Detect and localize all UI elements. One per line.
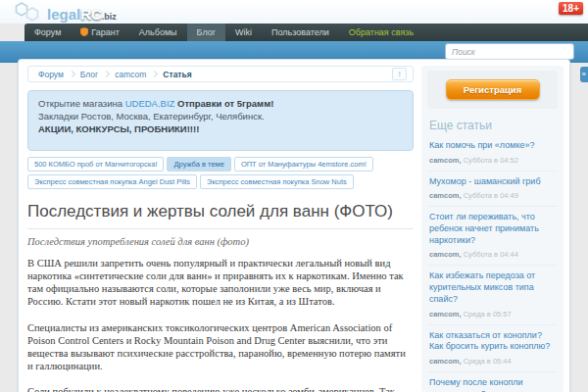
title-divider bbox=[27, 228, 414, 229]
sidebar-article-link[interactable]: Как помочь при «ломке»? bbox=[429, 140, 556, 152]
post-time: Суббота в 04:49 bbox=[464, 191, 518, 200]
article-paragraph: В США решили запретить очень популярный … bbox=[27, 257, 414, 309]
tag-link-angel-dust[interactable]: Экспресс совместная покупка Angel Dust P… bbox=[27, 174, 197, 189]
sidebar-article-link[interactable]: Стоит ли переживать, что ребенок начнет … bbox=[429, 212, 556, 246]
post-time: Среда в 05:57 bbox=[464, 310, 512, 318]
article-paragraph: Соли побудили к неадекватному поведению … bbox=[27, 385, 414, 392]
breadcrumb-expand-button[interactable]: ↕ bbox=[392, 68, 407, 80]
nav-item-garant-label: Гарант bbox=[91, 27, 119, 37]
article-title: Последствия и жертвы солей для ванн (ФОТ… bbox=[27, 202, 414, 221]
nav-item-albums[interactable]: Альбомы bbox=[129, 24, 187, 41]
author-name[interactable]: camcom, bbox=[429, 310, 462, 318]
post-time: Суббота в 04:52 bbox=[464, 156, 518, 165]
sidebar-article: Как помочь при «ломке»? camcom, Суббота … bbox=[427, 135, 558, 172]
promo-shipping: Отправки от 5грамм! bbox=[174, 98, 273, 109]
author-name[interactable]: camcom, bbox=[429, 156, 462, 165]
promo-line-3: АКЦИИ, КОНКУРСЫ, ПРОБНИКИ!!!! bbox=[38, 123, 403, 136]
top-header: legalRC.biz 18+ bbox=[0, 0, 588, 24]
logo-text: legalRC.biz bbox=[47, 6, 117, 23]
author-name[interactable]: camcom, bbox=[429, 250, 462, 259]
sidebar-article: Как избежать передоза от курительных мик… bbox=[427, 266, 558, 324]
chevron-right-icon bbox=[151, 71, 158, 77]
sidebar-article-link[interactable]: Как избежать передоза от курительных мик… bbox=[429, 270, 556, 305]
sidebar-article-meta: camcom, Среда в 05:44 bbox=[429, 357, 556, 366]
sidebar-article-link[interactable]: Мухомор - шаманский гриб bbox=[429, 176, 556, 188]
sidebar-article: Как отказаться от конопли? Как бросить к… bbox=[427, 325, 558, 372]
register-block: Регистрация bbox=[427, 71, 558, 109]
article-paragraph: Специалисты из американских токсикологич… bbox=[27, 321, 414, 373]
nav-item-feedback[interactable]: Обратная связь bbox=[339, 24, 423, 41]
tag-links: 500 КОМБО проб от Магнитогорска! Дружба … bbox=[27, 157, 390, 189]
breadcrumb-forum[interactable]: Форум bbox=[34, 70, 68, 79]
nav-item-wiki[interactable]: Wiki bbox=[225, 24, 262, 41]
expand-arrows-icon: ↕ bbox=[398, 70, 402, 78]
article-subtitle: Последствия употребления солей для ванн … bbox=[27, 236, 414, 247]
author-name[interactable]: camcom, bbox=[429, 191, 462, 200]
breadcrumb-author[interactable]: camcom bbox=[111, 70, 150, 79]
sidebar: Регистрация Еще статьи Как помочь при «л… bbox=[421, 66, 564, 392]
post-time: Суббота в 04:44 bbox=[464, 250, 518, 259]
sidebar-article-meta: camcom, Среда в 05:57 bbox=[429, 310, 556, 318]
more-articles-heading: Еще статьи bbox=[429, 119, 556, 132]
sidebar-article-meta: camcom, Суббота в 04:52 bbox=[429, 156, 556, 165]
sidebar-article-meta: camcom, Суббота в 04:44 bbox=[429, 250, 556, 259]
sidebar-article-link[interactable]: Как отказаться от конопли? Как бросить к… bbox=[429, 330, 556, 353]
chevron-right-icon bbox=[103, 71, 110, 77]
age-18-badge: 18+ bbox=[559, 2, 583, 15]
promo-prefix: Открытие магазина bbox=[38, 98, 125, 109]
tag-link-combo[interactable]: 500 КОМБО проб от Магнитогорска! bbox=[27, 157, 164, 172]
sidebar-article: Стоит ли переживать, что ребенок начнет … bbox=[427, 207, 558, 266]
register-button[interactable]: Регистрация bbox=[446, 79, 540, 100]
promo-line-1: Открытие магазина UDEDA.BIZ Отправки от … bbox=[38, 98, 403, 111]
site-logo[interactable]: legalRC.biz bbox=[14, 1, 117, 26]
molecule-hexagons-icon bbox=[14, 1, 45, 26]
breadcrumb: Форум Блог camcom Статья ↕ bbox=[27, 66, 414, 82]
page-container: Форум Блог camcom Статья ↕ Открытие мага… bbox=[18, 59, 570, 392]
breadcrumb-article: Статья bbox=[159, 70, 195, 79]
sidebar-article: Почему после конопли хочется есть? camco… bbox=[427, 372, 558, 392]
sidebar-article: Мухомор - шаманский гриб camcom, Суббота… bbox=[427, 172, 558, 208]
nav-item-users[interactable]: Пользователи bbox=[262, 24, 339, 41]
nav-item-blog[interactable]: Блог bbox=[187, 24, 225, 41]
promo-shop-link[interactable]: UDEDA.BIZ bbox=[125, 98, 175, 109]
search-input[interactable] bbox=[445, 43, 574, 60]
post-time: Среда в 05:44 bbox=[464, 357, 512, 366]
chevron-right-icon bbox=[69, 71, 75, 77]
main-column: Форум Блог camcom Статья ↕ Открытие мага… bbox=[27, 66, 421, 392]
shield-icon bbox=[80, 27, 88, 38]
tag-link-opt[interactable]: ОПТ от Мануфактуры 4emstore.com! bbox=[234, 157, 373, 172]
promo-box: Открытие магазина UDEDA.BIZ Отправки от … bbox=[27, 90, 414, 151]
sidebar-collapse-toggle[interactable]: » bbox=[580, 67, 588, 82]
sidebar-article-meta: camcom, Суббота в 04:49 bbox=[429, 191, 556, 200]
tag-link-friendship[interactable]: Дружба в теме bbox=[167, 157, 230, 172]
promo-line-2: Закладки Ростов, Москва, Екатеринбург, Ч… bbox=[38, 111, 403, 123]
sidebar-article-link[interactable]: Почему после конопли хочется есть? bbox=[429, 377, 556, 392]
author-name[interactable]: camcom, bbox=[429, 357, 462, 366]
breadcrumb-blog[interactable]: Блог bbox=[76, 70, 102, 79]
tag-link-snow-nuts[interactable]: Экспресс совместная покупка Snow Nuts bbox=[200, 174, 354, 189]
